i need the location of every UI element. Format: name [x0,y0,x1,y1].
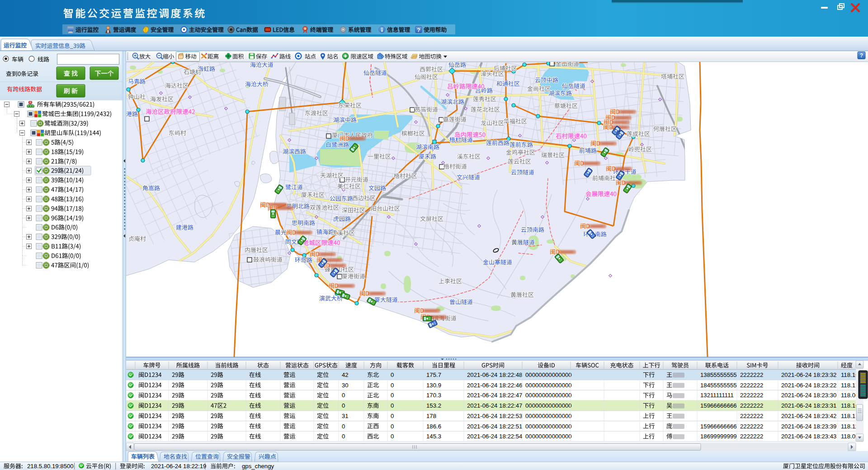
svg-text:?: ? [417,27,420,33]
svg-text:2021-06-24 18:22:46: 2021-06-24 18:22:46 [467,382,522,389]
svg-text:2021-06-24 18:23:32: 2021-06-24 18:23:32 [781,371,836,378]
svg-text:2222222: 2222222 [740,371,763,378]
svg-text:gps_chengy: gps_chengy [242,463,274,470]
svg-text:0: 0 [391,382,394,389]
svg-text:0: 0 [391,371,394,378]
svg-text:00000000000000: 00000000000000 [525,413,572,419]
svg-text:0: 0 [342,402,345,409]
svg-text:2021-06-24 18:22:47: 2021-06-24 18:22:47 [467,402,522,409]
svg-text:?: ? [860,52,863,59]
svg-text:178: 178 [426,413,436,419]
svg-text:2021-06-24 18:23:30: 2021-06-24 18:23:30 [781,392,836,399]
svg-text:145.3: 145.3 [426,433,441,440]
svg-text:130.9: 130.9 [426,382,441,389]
svg-text:2021-06-24 18:22:48: 2021-06-24 18:22:48 [467,371,522,378]
svg-text:15966666666: 15966666666 [700,402,737,409]
svg-text:00000000000000: 00000000000000 [525,371,572,378]
svg-text:00000000000000: 00000000000000 [525,433,572,440]
svg-text:0: 0 [342,433,345,440]
svg-text:0: 0 [391,433,394,440]
svg-text:218.5.80.19:8500: 218.5.80.19:8500 [27,463,74,470]
svg-text:13855555555: 13855555555 [700,371,737,378]
svg-text:00000000000000: 00000000000000 [525,382,572,389]
svg-text:0: 0 [391,423,394,430]
svg-text:2021-06-24 18:22:47: 2021-06-24 18:22:47 [467,392,522,399]
svg-text:2021-06-24 18:22:54: 2021-06-24 18:22:54 [467,433,522,440]
svg-text:2021-06-24 18:23:43: 2021-06-24 18:23:43 [781,433,836,440]
svg-text:2222222: 2222222 [740,433,763,440]
svg-text:18699999999: 18699999999 [700,433,737,440]
svg-text:31: 31 [342,413,349,419]
svg-text:2021-06-24 18:23:31: 2021-06-24 18:23:31 [781,402,836,409]
svg-text:2222222: 2222222 [740,382,763,389]
svg-text:00000000000000: 00000000000000 [525,423,572,430]
svg-text:00000000000000: 00000000000000 [525,402,572,409]
svg-text:2222222: 2222222 [740,402,763,409]
svg-text:42: 42 [342,371,349,378]
svg-text:0: 0 [342,392,345,399]
svg-text:0: 0 [342,423,345,430]
svg-text:00000000000000: 00000000000000 [525,392,572,399]
svg-text:2222222: 2222222 [740,423,763,430]
svg-text:186.6: 186.6 [426,423,441,430]
svg-text:0: 0 [391,402,394,409]
svg-text:15966666666: 15966666666 [700,423,737,430]
svg-text:13211111111: 13211111111 [700,392,734,399]
svg-text:30: 30 [342,382,349,389]
svg-text:2021-06-24 18:22:53: 2021-06-24 18:22:53 [467,413,522,419]
svg-text:2021-06-24 18:23:39: 2021-06-24 18:23:39 [781,423,836,430]
svg-text:170.3: 170.3 [426,392,441,399]
svg-text:2222222: 2222222 [740,413,763,419]
svg-text:2021-06-24 18:22:51: 2021-06-24 18:22:51 [467,423,522,430]
svg-text:175.7: 175.7 [426,371,441,378]
svg-text:153.2: 153.2 [426,402,441,409]
svg-text:2021-06-24 18:23:22: 2021-06-24 18:23:22 [781,382,836,389]
svg-text:2021-06-24 18:22:19: 2021-06-24 18:22:19 [151,463,206,470]
svg-text:2222222: 2222222 [740,392,763,399]
svg-text:2021-06-24 18:23:42: 2021-06-24 18:23:42 [781,413,836,419]
svg-text:0: 0 [391,413,394,419]
svg-text:0: 0 [391,392,394,399]
svg-text:18455555555: 18455555555 [700,382,737,389]
